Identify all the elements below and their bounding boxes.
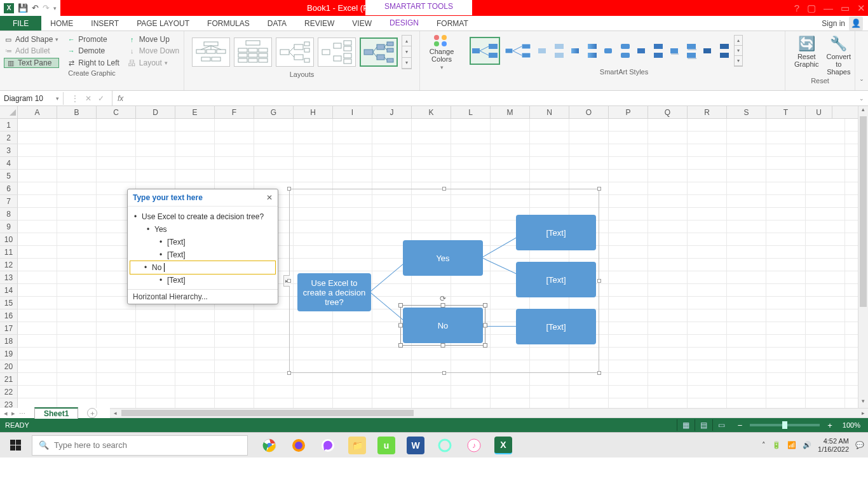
col-header[interactable]: S <box>727 106 766 118</box>
col-header[interactable]: P <box>609 106 648 118</box>
tab-home[interactable]: HOME <box>41 16 82 30</box>
layout-thumb-2[interactable] <box>234 37 272 67</box>
customize-qat-icon[interactable]: ▾ <box>53 5 57 11</box>
tray-notifications-icon[interactable]: 💬 <box>855 441 864 449</box>
rotate-handle-icon[interactable]: ⟳ <box>440 294 446 303</box>
tab-design[interactable]: DESIGN <box>381 16 428 30</box>
tab-review[interactable]: REVIEW <box>295 16 343 30</box>
row-header[interactable]: 3 <box>0 144 18 157</box>
sheet-tab[interactable]: Sheet1 <box>34 407 78 419</box>
sign-in[interactable]: Sign in 👤 <box>817 16 868 30</box>
col-header[interactable]: U <box>806 106 832 118</box>
row-header[interactable]: 7 <box>0 195 18 208</box>
col-header[interactable]: L <box>451 106 491 118</box>
taskbar-firefox-icon[interactable] <box>290 437 308 454</box>
col-header[interactable]: K <box>412 106 451 118</box>
style-thumb-7[interactable] <box>668 37 698 65</box>
sa-text-node[interactable]: [Text] <box>516 262 596 297</box>
row-header[interactable]: 11 <box>0 246 18 259</box>
tab-insert[interactable]: INSERT <box>82 16 128 30</box>
taskbar-messenger-icon[interactable] <box>319 437 337 454</box>
layout-thumb-3[interactable] <box>276 37 314 67</box>
sa-selection-box[interactable]: ⟳ No <box>400 305 485 346</box>
style-thumb-8[interactable] <box>701 37 731 65</box>
row-header[interactable]: 19 <box>0 348 18 360</box>
minimize-icon[interactable]: — <box>824 3 833 14</box>
horizontal-scrollbar[interactable]: ◂▸ <box>110 408 868 418</box>
tab-data[interactable]: DATA <box>259 16 295 30</box>
sa-text-node[interactable]: [Text] <box>516 215 596 250</box>
taskbar-files-icon[interactable]: 📁 <box>348 437 366 454</box>
style-thumb-1-selected[interactable] <box>470 37 500 65</box>
taskbar-excel-icon[interactable]: X <box>494 437 512 454</box>
formula-expand-icon[interactable]: ⌄ <box>855 95 868 102</box>
demote-button[interactable]: →Demote <box>67 46 120 55</box>
tab-formulas[interactable]: FORMULAS <box>198 16 259 30</box>
text-pane-item[interactable]: [Text] <box>133 248 273 261</box>
tray-chevron-icon[interactable]: ˄ <box>762 441 766 449</box>
col-header[interactable]: B <box>57 106 97 118</box>
text-pane-list[interactable]: Use Excel to create a decision tree?Yes[… <box>128 207 278 289</box>
col-header[interactable]: M <box>491 106 530 118</box>
start-button[interactable] <box>0 433 31 458</box>
text-pane-item[interactable]: [Text] <box>133 274 273 287</box>
col-header[interactable]: G <box>254 106 294 118</box>
file-tab[interactable]: FILE <box>0 16 41 30</box>
style-thumb-3[interactable] <box>536 37 566 65</box>
tray-clock[interactable]: 4:52 AM1/16/2022 <box>818 437 849 452</box>
row-header[interactable]: 22 <box>0 386 18 398</box>
sheet-nav-first-icon[interactable]: ◂ <box>4 409 8 417</box>
row-header[interactable]: 20 <box>0 360 18 373</box>
formula-cancel-icon[interactable]: ✕ <box>85 94 92 103</box>
style-thumb-6[interactable] <box>635 37 665 65</box>
text-pane-close-icon[interactable]: ✕ <box>266 193 273 202</box>
row-header[interactable]: 4 <box>0 157 18 170</box>
layout-thumb-5-selected[interactable] <box>360 37 398 67</box>
col-header[interactable]: T <box>766 106 806 118</box>
ribbon-display-icon[interactable]: ▢ <box>807 3 816 14</box>
col-header[interactable]: A <box>18 106 57 118</box>
style-thumb-5[interactable] <box>602 37 632 65</box>
view-page-layout-icon[interactable]: ▤ <box>695 419 712 431</box>
add-shape-button[interactable]: ▭Add Shape▾ <box>4 35 59 44</box>
text-pane[interactable]: Type your text here ✕ Use Excel to creat… <box>127 189 278 304</box>
col-header[interactable]: O <box>569 106 609 118</box>
sheet-nav-prev-icon[interactable]: ▸ <box>11 409 15 417</box>
col-header[interactable]: D <box>136 106 175 118</box>
promote-button[interactable]: ←Promote <box>67 35 120 44</box>
row-header[interactable]: 14 <box>0 284 18 297</box>
col-header[interactable]: I <box>333 106 372 118</box>
col-header[interactable]: C <box>97 106 136 118</box>
layouts-scroll[interactable]: ▴▾▾ <box>402 35 412 69</box>
col-header[interactable]: J <box>372 106 412 118</box>
row-header[interactable]: 21 <box>0 373 18 386</box>
move-up-button[interactable]: ↑Move Up <box>128 35 180 44</box>
col-header[interactable]: N <box>530 106 569 118</box>
reset-graphic-button[interactable]: 🔄Reset Graphic <box>794 35 819 76</box>
taskbar-circle-icon[interactable] <box>436 437 454 454</box>
fx-label[interactable]: fx <box>112 94 128 103</box>
close-icon[interactable]: ✕ <box>857 3 865 14</box>
row-header[interactable]: 13 <box>0 271 18 284</box>
tab-page-layout[interactable]: PAGE LAYOUT <box>128 16 198 30</box>
row-header[interactable]: 17 <box>0 322 18 335</box>
sa-no-node[interactable]: No <box>403 308 483 343</box>
row-header[interactable]: 1 <box>0 119 18 132</box>
row-header[interactable]: 6 <box>0 182 18 195</box>
select-all-corner[interactable] <box>0 106 18 118</box>
tray-volume-icon[interactable]: 🔊 <box>803 441 811 449</box>
zoom-percent[interactable]: 100% <box>840 421 863 429</box>
text-pane-button[interactable]: ▥Text Pane <box>4 58 59 68</box>
row-header[interactable]: 5 <box>0 170 18 182</box>
undo-icon[interactable]: ↶ <box>32 3 39 13</box>
text-pane-item[interactable]: [Text] <box>133 236 273 248</box>
zoom-slider[interactable] <box>750 424 820 426</box>
change-colors-button[interactable]: Change Colors ▾ <box>424 32 459 71</box>
new-sheet-button[interactable]: ＋ <box>87 408 97 418</box>
zoom-out-button[interactable]: − <box>735 421 745 430</box>
tray-battery-icon[interactable]: 🔋 <box>772 441 781 449</box>
taskbar-upwork-icon[interactable]: u <box>377 437 395 454</box>
sa-yes-node[interactable]: Yes <box>403 240 483 276</box>
collapse-ribbon-icon[interactable]: ˇ <box>855 31 868 90</box>
row-header[interactable]: 15 <box>0 297 18 309</box>
